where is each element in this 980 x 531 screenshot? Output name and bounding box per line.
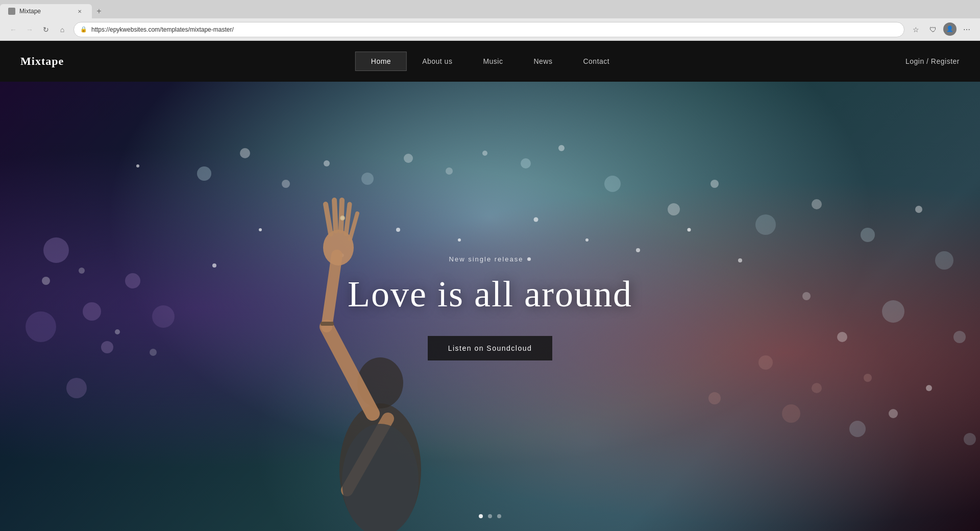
reload-button[interactable]: ↻: [39, 22, 53, 37]
url-text: https://epykwebsites.com/templates/mixta…: [91, 26, 898, 33]
slide-dot-1[interactable]: [479, 514, 483, 518]
site-wrapper: Mixtape Home About us Music News Contact…: [0, 41, 980, 531]
slide-dot-2[interactable]: [488, 514, 492, 518]
browser-toolbar: ← → ↻ ⌂ 🔒 https://epykwebsites.com/templ…: [0, 18, 980, 41]
tab-title: Mixtape: [19, 8, 71, 15]
hero-subtitle: New single release: [449, 255, 531, 263]
nav-item-contact[interactable]: Contact: [568, 52, 625, 70]
nav-item-home[interactable]: Home: [355, 52, 407, 71]
menu-icon[interactable]: ⋯: [960, 22, 974, 37]
new-tab-button[interactable]: +: [92, 4, 106, 18]
back-button[interactable]: ←: [6, 22, 20, 37]
slide-indicators: [479, 514, 501, 518]
slide-dot-3[interactable]: [497, 514, 501, 518]
nav-menu: Home About us Music News Contact: [355, 52, 625, 71]
hero-section: New single release Love is all around Li…: [0, 82, 980, 531]
home-button[interactable]: ⌂: [55, 22, 69, 37]
hero-title: Love is all around: [348, 273, 632, 316]
nav-item-news[interactable]: News: [518, 52, 568, 70]
hero-cta-button[interactable]: Listen on Soundcloud: [428, 336, 553, 360]
browser-tabs: Mixtape ✕ +: [0, 0, 980, 18]
site-logo[interactable]: Mixtape: [20, 55, 64, 68]
favorites-icon[interactable]: ☆: [909, 22, 923, 37]
active-tab[interactable]: Mixtape ✕: [0, 4, 92, 18]
browser-actions: ☆ 🛡 👤 ⋯: [909, 22, 974, 37]
nav-item-music[interactable]: Music: [468, 52, 518, 70]
nav-buttons: ← → ↻ ⌂: [6, 22, 69, 37]
forward-button[interactable]: →: [22, 22, 37, 37]
lock-icon: 🔒: [80, 26, 87, 33]
hero-content: New single release Love is all around Li…: [0, 82, 980, 531]
user-avatar[interactable]: 👤: [943, 22, 957, 36]
subtitle-dot: [527, 257, 531, 261]
browser-chrome: Mixtape ✕ + ← → ↻ ⌂ 🔒 https://epykwebsit…: [0, 0, 980, 41]
site-navigation: Mixtape Home About us Music News Contact…: [0, 41, 980, 82]
shield-icon[interactable]: 🛡: [926, 22, 940, 37]
tab-close-button[interactable]: ✕: [76, 7, 84, 15]
tab-favicon: [8, 8, 15, 15]
address-bar[interactable]: 🔒 https://epykwebsites.com/templates/mix…: [74, 22, 904, 37]
nav-auth[interactable]: Login / Register: [905, 57, 960, 65]
nav-item-about[interactable]: About us: [407, 52, 468, 70]
